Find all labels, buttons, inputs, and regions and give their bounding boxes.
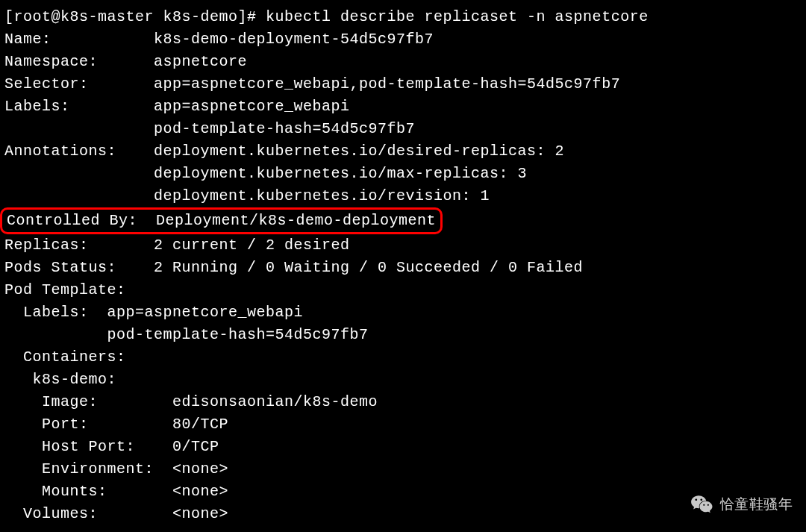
field-selector: Selector: app=aspnetcore_webapi,pod-temp… [4, 73, 802, 96]
field-containers: Containers: [4, 346, 802, 369]
field-labels-line1: Labels: app=aspnetcore_webapi [4, 96, 802, 118]
field-annotations-line1: Annotations: deployment.kubernetes.io/de… [4, 140, 802, 163]
highlighted-controlled-by: Controlled By: Deployment/k8s-demo-deplo… [0, 207, 443, 234]
field-port: Port: 80/TCP [4, 413, 802, 436]
field-labels-line2: pod-template-hash=54d5c97fb7 [4, 118, 802, 140]
field-replicas: Replicas: 2 current / 2 desired [4, 234, 802, 257]
field-namespace: Namespace: aspnetcore [4, 51, 802, 73]
command-prompt: [root@k8s-master k8s-demo]# kubectl desc… [4, 6, 802, 28]
field-pt-labels-line2: pod-template-hash=54d5c97fb7 [4, 324, 802, 346]
terminal-output: [root@k8s-master k8s-demo]# kubectl desc… [4, 6, 802, 525]
field-pt-labels-line1: Labels: app=aspnetcore_webapi [4, 301, 802, 324]
field-image: Image: edisonsaonian/k8s-demo [4, 391, 802, 413]
field-volumes: Volumes: <none> [4, 503, 802, 525]
watermark-text: 恰童鞋骚年 [720, 494, 793, 516]
field-host-port: Host Port: 0/TCP [4, 436, 802, 458]
wechat-icon [690, 493, 713, 516]
field-pod-template: Pod Template: [4, 279, 802, 301]
field-annotations-line2: deployment.kubernetes.io/max-replicas: 3 [4, 163, 802, 185]
field-environment: Environment: <none> [4, 458, 802, 481]
field-name: Name: k8s-demo-deployment-54d5c97fb7 [4, 28, 802, 51]
field-container-name: k8s-demo: [4, 369, 802, 391]
field-pods-status: Pods Status: 2 Running / 0 Waiting / 0 S… [4, 257, 802, 279]
watermark: 恰童鞋骚年 [690, 493, 793, 516]
field-annotations-line3: deployment.kubernetes.io/revision: 1 [4, 185, 802, 207]
field-mounts: Mounts: <none> [4, 481, 802, 503]
